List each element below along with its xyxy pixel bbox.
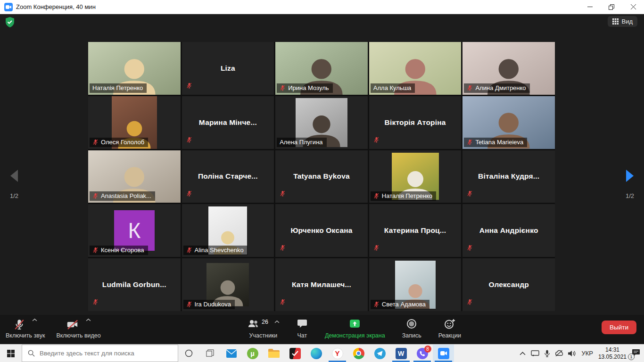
chevron-up-icon[interactable] [32, 318, 37, 321]
previous-page-arrow-icon[interactable] [8, 169, 20, 183]
view-button[interactable]: Вид [608, 16, 637, 27]
window-title: Zoom Конференция, 40 мин [16, 3, 96, 10]
taskbar-app-checkapp[interactable] [284, 345, 305, 362]
taskbar-search[interactable] [22, 345, 178, 362]
restore-button[interactable] [601, 0, 622, 14]
participant-name: Юрченко Оксана [275, 204, 368, 257]
muted-mic-icon [186, 137, 192, 143]
view-button-label: Вид [621, 18, 633, 25]
chrome-icon [353, 348, 364, 359]
language-indicator[interactable]: УКР [581, 350, 593, 357]
participant-tile[interactable]: Tetiana Marieieva [462, 96, 555, 149]
participant-tile[interactable]: ККсенія Єгорова [88, 204, 181, 257]
notification-badge: 1 [628, 354, 635, 360]
unmute-button[interactable]: Включить звук [6, 318, 45, 339]
checkmark-app-icon [289, 348, 301, 359]
participant-tile[interactable]: Tatyana Bykova [275, 150, 368, 203]
taskbar-app-edge[interactable] [305, 345, 327, 362]
telegram-icon [374, 348, 386, 359]
close-button[interactable] [622, 0, 644, 14]
reactions-icon [444, 318, 456, 329]
edge-icon [311, 348, 322, 359]
participant-tile[interactable]: Алина Дмитренко [462, 42, 555, 95]
taskbar-app-word[interactable]: W [390, 345, 412, 362]
hidden-icons-chevron-icon[interactable] [520, 351, 526, 355]
participant-name: Поліна Старче... [182, 150, 274, 203]
windows-taskbar: µ Y W 8 [0, 344, 644, 362]
participant-tile[interactable]: Поліна Старче... [182, 150, 274, 203]
participant-tile[interactable]: Liza [182, 42, 274, 95]
participant-name: Anastasia Poliak... [101, 192, 151, 199]
taskbar-app-yandex[interactable]: Y [327, 345, 348, 362]
participants-button-label: Участники [249, 332, 278, 339]
taskbar-app-chrome[interactable] [348, 345, 369, 362]
start-video-button[interactable]: Включить видео [56, 318, 100, 339]
participant-tile[interactable]: Марина Мінче... [182, 96, 274, 149]
participant-name: Алена Плугина [280, 139, 322, 146]
participant-tile[interactable]: Юрченко Оксана [275, 204, 368, 257]
task-view-button[interactable] [199, 345, 221, 362]
participant-tile[interactable]: Anastasia Poliak... [88, 150, 181, 203]
leave-meeting-button[interactable]: Выйти [602, 321, 636, 334]
taskbar-clock[interactable]: 14:31 13.05.2021 [598, 346, 627, 361]
muted-mic-icon [280, 85, 286, 91]
participant-tile[interactable]: Света Адамова [369, 258, 462, 311]
taskbar-app-mail[interactable] [221, 345, 242, 362]
participant-name: Света Адамова [382, 301, 426, 308]
reactions-button[interactable]: Реакции [438, 318, 461, 339]
muted-mic-icon [13, 318, 25, 331]
system-tray: УКР 14:31 13.05.2021 1 [520, 345, 644, 362]
taskbar-app-telegram[interactable] [369, 345, 390, 362]
record-button-label: Запись [402, 332, 421, 339]
participant-tile[interactable]: Наталія Петренко [369, 150, 462, 203]
no-internet-icon[interactable] [555, 350, 563, 357]
participant-tile[interactable]: Ирина Мозуль [275, 42, 368, 95]
speaker-icon[interactable] [568, 350, 576, 357]
share-screen-button[interactable]: Демонстрация экрана [325, 318, 385, 339]
taskbar-app-explorer[interactable] [263, 345, 284, 362]
microphone-tray-icon[interactable] [545, 350, 550, 357]
participant-name: Ira Dudukova [195, 301, 231, 308]
video-off-icon [66, 318, 79, 331]
record-button[interactable]: Запись [402, 318, 421, 339]
participant-tile[interactable]: Олександр [462, 258, 555, 311]
next-page-arrow-icon[interactable] [624, 169, 636, 183]
muted-mic-icon [280, 299, 286, 305]
chat-icon [297, 318, 308, 329]
taskbar-app-utorrent[interactable]: µ [242, 345, 263, 362]
search-input[interactable] [40, 350, 167, 357]
action-center-button[interactable]: 1 [632, 349, 640, 358]
participant-tile[interactable]: Віталіна Кудря... [462, 150, 555, 203]
taskbar-app-zoom[interactable] [433, 345, 454, 362]
participant-tile[interactable]: Вікторія Аторіна [369, 96, 462, 149]
minimize-button[interactable] [579, 0, 601, 14]
participant-name: Анна Андрієнко [462, 204, 555, 257]
participant-tile[interactable]: Анна Андрієнко [462, 204, 555, 257]
participant-name: Алина Дмитренко [475, 84, 526, 91]
participant-tile[interactable]: Ludmila Gorbun... [88, 258, 181, 311]
chevron-up-icon[interactable] [86, 318, 91, 321]
chat-button[interactable]: Чат [297, 318, 308, 339]
participant-tile[interactable]: Alina Shevchenko [182, 204, 274, 257]
participant-name: Liza [182, 42, 274, 95]
participant-name: Наталія Петренко [92, 84, 143, 91]
display-capture-icon[interactable] [531, 350, 539, 357]
security-shield-icon[interactable] [5, 16, 15, 30]
participants-button[interactable]: 26 Участники [247, 318, 280, 339]
taskbar-app-viber[interactable]: 8 [412, 345, 433, 362]
participant-tile[interactable]: Катерина Проц... [369, 204, 462, 257]
muted-mic-icon [467, 139, 473, 145]
participant-tile[interactable]: Олеся Гололоб [88, 96, 181, 149]
participant-name-label: Ксенія Єгорова [90, 246, 148, 255]
participant-tile[interactable]: Алла Кульша [369, 42, 462, 95]
participant-tile[interactable]: Ira Dudukova [182, 258, 274, 311]
chevron-up-icon[interactable] [274, 320, 280, 323]
muted-mic-icon [186, 190, 192, 197]
muted-mic-icon [373, 137, 380, 143]
cortana-button[interactable] [178, 345, 199, 362]
start-button[interactable] [0, 345, 22, 362]
participant-tile[interactable]: Наталія Петренко [88, 42, 181, 95]
participant-tile[interactable]: Алена Плугина [275, 96, 368, 149]
participant-tile[interactable]: Катя Милашеч... [275, 258, 368, 311]
pagination-right: 1/2 [619, 169, 640, 199]
